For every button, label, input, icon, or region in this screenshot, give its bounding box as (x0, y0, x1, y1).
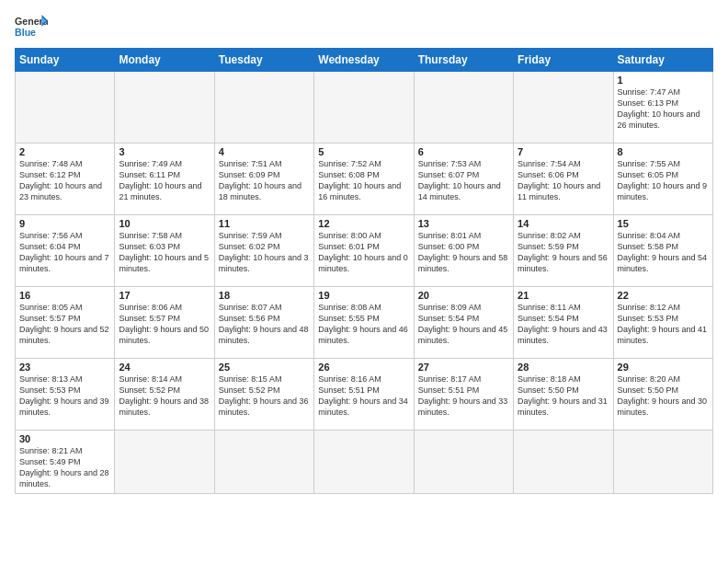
day-number: 2 (19, 146, 110, 157)
table-row (314, 431, 414, 494)
table-row: 23Sunrise: 8:13 AM Sunset: 5:53 PM Dayli… (16, 359, 115, 431)
day-number: 28 (518, 362, 609, 373)
weekday-header-row: Sunday Monday Tuesday Wednesday Thursday… (16, 49, 713, 72)
table-row (514, 431, 613, 494)
logo: General Blue (15, 13, 50, 40)
table-row (314, 72, 414, 144)
day-number: 18 (219, 290, 310, 301)
table-row: 16Sunrise: 8:05 AM Sunset: 5:57 PM Dayli… (16, 287, 115, 359)
table-row (115, 431, 214, 494)
day-number: 14 (518, 218, 609, 229)
day-number: 29 (618, 362, 709, 373)
table-row: 3Sunrise: 7:49 AM Sunset: 6:11 PM Daylig… (115, 144, 214, 215)
page: General Blue Sunday Monday Tuesday Wedne… (0, 0, 728, 503)
day-info: Sunrise: 8:04 AM Sunset: 5:58 PM Dayligh… (618, 230, 709, 275)
day-info: Sunrise: 8:15 AM Sunset: 5:52 PM Dayligh… (219, 373, 310, 419)
table-row: 17Sunrise: 8:06 AM Sunset: 5:57 PM Dayli… (115, 287, 214, 359)
table-row: 21Sunrise: 8:11 AM Sunset: 5:54 PM Dayli… (514, 287, 613, 359)
day-info: Sunrise: 8:07 AM Sunset: 5:56 PM Dayligh… (219, 302, 310, 347)
table-row (115, 72, 214, 144)
svg-text:Blue: Blue (15, 27, 36, 38)
day-number: 19 (318, 290, 409, 301)
table-row: 9Sunrise: 7:56 AM Sunset: 6:04 PM Daylig… (16, 215, 115, 287)
table-row: 7Sunrise: 7:54 AM Sunset: 6:06 PM Daylig… (514, 144, 613, 215)
day-info: Sunrise: 7:49 AM Sunset: 6:11 PM Dayligh… (119, 158, 210, 203)
header: General Blue (15, 9, 713, 40)
table-row: 24Sunrise: 8:14 AM Sunset: 5:52 PM Dayli… (115, 359, 214, 431)
table-row: 19Sunrise: 8:08 AM Sunset: 5:55 PM Dayli… (314, 287, 414, 359)
table-row (414, 431, 513, 494)
header-tuesday: Tuesday (214, 49, 313, 72)
table-row: 2Sunrise: 7:48 AM Sunset: 6:12 PM Daylig… (16, 144, 115, 215)
table-row: 25Sunrise: 8:15 AM Sunset: 5:52 PM Dayli… (214, 359, 313, 431)
day-number: 30 (19, 433, 110, 444)
day-number: 10 (119, 218, 210, 229)
day-info: Sunrise: 7:47 AM Sunset: 6:13 PM Dayligh… (618, 86, 709, 132)
day-info: Sunrise: 7:56 AM Sunset: 6:04 PM Dayligh… (19, 230, 110, 275)
day-info: Sunrise: 7:48 AM Sunset: 6:12 PM Dayligh… (19, 158, 110, 203)
table-row: 27Sunrise: 8:17 AM Sunset: 5:51 PM Dayli… (414, 359, 513, 431)
table-row: 8Sunrise: 7:55 AM Sunset: 6:05 PM Daylig… (613, 144, 712, 215)
day-info: Sunrise: 7:54 AM Sunset: 6:06 PM Dayligh… (518, 158, 609, 203)
table-row (613, 431, 712, 494)
day-number: 12 (318, 218, 409, 229)
day-info: Sunrise: 8:02 AM Sunset: 5:59 PM Dayligh… (518, 230, 609, 275)
day-number: 13 (418, 218, 509, 229)
table-row: 10Sunrise: 7:58 AM Sunset: 6:03 PM Dayli… (115, 215, 214, 287)
day-number: 23 (19, 362, 110, 373)
day-info: Sunrise: 8:21 AM Sunset: 5:49 PM Dayligh… (19, 445, 110, 490)
day-info: Sunrise: 8:18 AM Sunset: 5:50 PM Dayligh… (518, 373, 609, 419)
table-row: 4Sunrise: 7:51 AM Sunset: 6:09 PM Daylig… (214, 144, 313, 215)
day-number: 9 (19, 218, 110, 229)
day-number: 26 (318, 362, 409, 373)
day-info: Sunrise: 8:05 AM Sunset: 5:57 PM Dayligh… (19, 302, 110, 347)
day-info: Sunrise: 7:58 AM Sunset: 6:03 PM Dayligh… (119, 230, 210, 275)
table-row (414, 72, 513, 144)
table-row: 26Sunrise: 8:16 AM Sunset: 5:51 PM Dayli… (314, 359, 414, 431)
day-info: Sunrise: 8:00 AM Sunset: 6:01 PM Dayligh… (318, 230, 409, 275)
table-row: 13Sunrise: 8:01 AM Sunset: 6:00 PM Dayli… (414, 215, 513, 287)
table-row: 1Sunrise: 7:47 AM Sunset: 6:13 PM Daylig… (613, 72, 712, 144)
table-row: 28Sunrise: 8:18 AM Sunset: 5:50 PM Dayli… (514, 359, 613, 431)
table-row: 11Sunrise: 7:59 AM Sunset: 6:02 PM Dayli… (214, 215, 313, 287)
day-info: Sunrise: 8:08 AM Sunset: 5:55 PM Dayligh… (318, 302, 409, 347)
table-row: 30Sunrise: 8:21 AM Sunset: 5:49 PM Dayli… (16, 431, 115, 494)
day-info: Sunrise: 8:20 AM Sunset: 5:50 PM Dayligh… (618, 373, 709, 419)
table-row: 20Sunrise: 8:09 AM Sunset: 5:54 PM Dayli… (414, 287, 513, 359)
day-number: 5 (318, 146, 409, 157)
day-number: 25 (219, 362, 310, 373)
day-info: Sunrise: 7:52 AM Sunset: 6:08 PM Dayligh… (318, 158, 409, 203)
day-info: Sunrise: 8:13 AM Sunset: 5:53 PM Dayligh… (19, 373, 110, 419)
table-row: 6Sunrise: 7:53 AM Sunset: 6:07 PM Daylig… (414, 144, 513, 215)
header-monday: Monday (115, 49, 214, 72)
day-number: 27 (418, 362, 509, 373)
day-number: 15 (618, 218, 709, 229)
table-row (214, 72, 313, 144)
day-number: 6 (418, 146, 509, 157)
day-number: 16 (19, 290, 110, 301)
header-sunday: Sunday (16, 49, 115, 72)
day-number: 1 (618, 75, 709, 86)
table-row (514, 72, 613, 144)
day-number: 20 (418, 290, 509, 301)
day-info: Sunrise: 8:14 AM Sunset: 5:52 PM Dayligh… (119, 373, 210, 419)
day-info: Sunrise: 8:16 AM Sunset: 5:51 PM Dayligh… (318, 373, 409, 419)
day-info: Sunrise: 7:53 AM Sunset: 6:07 PM Dayligh… (418, 158, 509, 203)
day-number: 4 (219, 146, 310, 157)
day-number: 11 (219, 218, 310, 229)
day-info: Sunrise: 8:06 AM Sunset: 5:57 PM Dayligh… (119, 302, 210, 347)
day-number: 7 (518, 146, 609, 157)
day-number: 17 (119, 290, 210, 301)
day-info: Sunrise: 7:51 AM Sunset: 6:09 PM Dayligh… (219, 158, 310, 203)
header-thursday: Thursday (414, 49, 513, 72)
day-number: 21 (518, 290, 609, 301)
header-saturday: Saturday (613, 49, 712, 72)
header-wednesday: Wednesday (314, 49, 414, 72)
table-row: 22Sunrise: 8:12 AM Sunset: 5:53 PM Dayli… (613, 287, 712, 359)
calendar-table: Sunday Monday Tuesday Wednesday Thursday… (15, 48, 713, 494)
day-info: Sunrise: 8:11 AM Sunset: 5:54 PM Dayligh… (518, 302, 609, 347)
table-row (214, 431, 313, 494)
day-info: Sunrise: 8:01 AM Sunset: 6:00 PM Dayligh… (418, 230, 509, 275)
day-number: 3 (119, 146, 210, 157)
day-info: Sunrise: 7:59 AM Sunset: 6:02 PM Dayligh… (219, 230, 310, 275)
